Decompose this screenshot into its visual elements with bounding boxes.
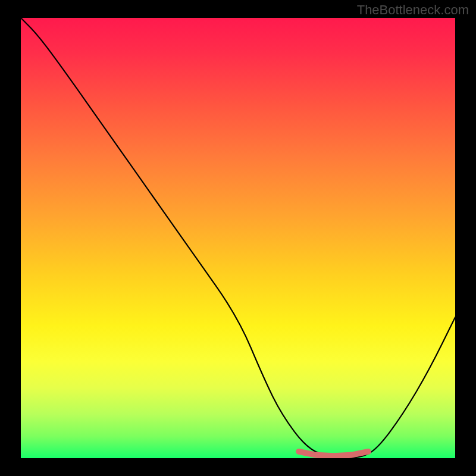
curve-layer bbox=[21, 18, 455, 458]
watermark-text: TheBottleneck.com bbox=[357, 2, 469, 18]
bottleneck-curve-line bbox=[21, 18, 455, 458]
chart-container: TheBottleneck.com bbox=[0, 0, 476, 476]
plot-area bbox=[21, 18, 455, 458]
valley-highlight-line bbox=[299, 452, 368, 456]
